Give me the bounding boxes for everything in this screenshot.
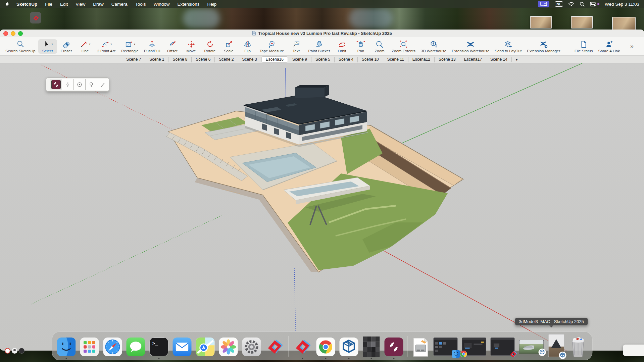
tool-extension-manager[interactable]: Extension Manager — [524, 39, 563, 54]
menu-tools[interactable]: Tools — [135, 2, 146, 7]
scene-tab[interactable]: Escena17 — [460, 57, 486, 62]
corner-dark-icon[interactable] — [19, 348, 24, 354]
menu-file[interactable]: File — [45, 2, 52, 7]
tool-2-point-arc[interactable]: ▾ 2 Point Arc — [95, 39, 119, 54]
dock-render-thumbnail[interactable] — [519, 333, 544, 360]
tool-zoom[interactable]: Zoom — [370, 39, 389, 54]
scene-tab[interactable]: Scene 5 — [311, 57, 334, 62]
dropdown-caret-icon[interactable]: ▾ — [51, 43, 53, 46]
tool-select[interactable]: ▾ Select — [38, 39, 57, 54]
dock-safari[interactable] — [103, 333, 122, 360]
scene-tab[interactable]: Scene 2 — [214, 57, 238, 62]
menu-clock[interactable]: Wed Sep 3 11:03 — [605, 2, 639, 7]
scene-tab[interactable]: Scene 9 — [288, 57, 311, 62]
scene-tab[interactable]: Scene 7 — [122, 57, 145, 62]
tool-search-sketchup[interactable]: Search SketchUp — [3, 39, 38, 54]
dock-launchpad[interactable] — [80, 333, 99, 360]
menu-help[interactable]: Help — [207, 2, 216, 7]
desktop-file-thumbnail[interactable] — [571, 16, 593, 29]
apple-menu-icon[interactable] — [5, 1, 10, 7]
spotlight-search-icon[interactable] — [580, 2, 585, 7]
close-window-button[interactable] — [3, 31, 8, 36]
dock-mail[interactable] — [172, 333, 191, 360]
dock-sketchup-viewer[interactable] — [339, 333, 358, 360]
desktop-file-thumbnail[interactable] — [530, 16, 552, 29]
tool-scale[interactable]: Scale — [219, 39, 238, 54]
tool-text[interactable]: A1 Text — [287, 39, 305, 54]
tool-3d-warehouse[interactable]: 3D Warehouse — [418, 39, 449, 54]
scene-tab[interactable]: Scene 11 — [383, 57, 408, 62]
dock-sketchup[interactable] — [265, 333, 284, 360]
tool-line[interactable]: ▾ Line — [76, 39, 95, 54]
livesync-toggle-button[interactable] — [62, 79, 73, 90]
tool-tape-measure[interactable]: Tape Measure — [257, 39, 287, 54]
screen-mirroring-icon[interactable] — [538, 1, 549, 7]
tool-send-to-layout[interactable]: Send to LayOut — [492, 39, 524, 54]
menu-window[interactable]: Window — [153, 2, 169, 7]
dock-window-thumbnail-finder[interactable] — [433, 333, 457, 360]
dock-window-thumbnail-chrome[interactable] — [462, 333, 486, 360]
dock-sketchup-running[interactable] — [293, 333, 312, 360]
dock-system-settings[interactable] — [242, 333, 261, 360]
viewport-canvas[interactable]: 3dModel3_MAC - SketchUp 2025 — [0, 63, 644, 351]
dropdown-caret-icon[interactable]: ▾ — [134, 43, 135, 46]
dropdown-caret-icon[interactable]: ▾ — [110, 43, 112, 46]
dock-document[interactable] — [412, 333, 429, 360]
tool-share-a-link[interactable]: Share A Link — [595, 39, 623, 54]
menu-draw[interactable]: Draw — [93, 2, 104, 7]
scene-tab[interactable]: Scene 1 — [145, 57, 168, 62]
scene-tab-active[interactable]: Escena16 — [262, 57, 288, 62]
scene-tabs-more-button[interactable]: ▼ — [511, 57, 522, 62]
tool-rotate[interactable]: Rotate — [201, 39, 219, 54]
dropdown-caret-icon[interactable]: ▾ — [89, 43, 90, 46]
tool-flip[interactable]: Flip — [238, 39, 257, 54]
scene-tab[interactable]: Scene 4 — [334, 57, 357, 62]
tool-rectangle[interactable]: ▾ Rectangle — [118, 39, 141, 54]
wifi-icon[interactable] — [568, 2, 574, 6]
tool-push-pull[interactable]: Push/Pull — [141, 39, 163, 54]
dock-maps[interactable] — [196, 333, 214, 360]
scene-tab[interactable]: Scene 6 — [191, 57, 214, 62]
dock-terminal[interactable]: >_ — [149, 333, 168, 360]
dock-messages[interactable] — [126, 333, 145, 360]
scene-tab[interactable]: Escena12 — [408, 57, 434, 62]
scene-tab[interactable]: Scene 13 — [434, 57, 460, 62]
menu-view[interactable]: View — [76, 2, 85, 7]
zoom-window-button[interactable] — [18, 31, 23, 36]
dock-trash[interactable] — [568, 333, 587, 360]
menu-edit[interactable]: Edit — [60, 2, 68, 7]
scene-tab[interactable]: Scene 3 — [238, 57, 261, 62]
desktop-sketchup-file-icon[interactable] — [30, 12, 41, 23]
control-center-icon[interactable] — [590, 2, 599, 6]
desktop-file-thumbnail[interactable] — [612, 17, 636, 30]
tool-extension-warehouse[interactable]: Extension Warehouse — [449, 39, 492, 54]
scene-tab[interactable]: Scene 14 — [486, 57, 511, 62]
menu-camera[interactable]: Camera — [111, 2, 128, 7]
tool-offset[interactable]: Offset — [163, 39, 182, 54]
livesync-stop-button[interactable] — [73, 79, 85, 90]
corner-badge-icon[interactable] — [5, 348, 10, 354]
minimize-window-button[interactable] — [11, 31, 15, 36]
corner-person-icon[interactable] — [12, 348, 17, 354]
tool-zoom-extents[interactable]: Zoom Extents — [389, 39, 418, 54]
dock-obscured-app[interactable] — [362, 333, 380, 360]
dock-finder[interactable] — [57, 333, 76, 360]
tool-pan[interactable]: Pan — [351, 39, 370, 54]
livesync-light-button[interactable] — [85, 79, 97, 90]
dock-lumion[interactable] — [384, 333, 403, 360]
toolbar-overflow-button[interactable]: » — [623, 42, 641, 50]
tool-paint-bucket[interactable]: Paint Bucket — [305, 39, 333, 54]
scene-tab[interactable]: Scene 10 — [357, 57, 383, 62]
lumion-livesync-button[interactable] — [50, 79, 62, 90]
dock-model-thumbnail[interactable] — [548, 333, 564, 360]
tool-move[interactable]: Move — [182, 39, 201, 54]
dock-window-thumbnail-sketchup[interactable] — [490, 333, 514, 360]
dock-photos[interactable] — [219, 333, 238, 360]
tool-eraser[interactable]: Eraser — [57, 39, 76, 54]
menu-app-name[interactable]: SketchUp — [16, 2, 37, 7]
tool-orbit[interactable]: Orbit — [333, 39, 351, 54]
menu-extensions[interactable]: Extensions — [177, 2, 199, 7]
dock-chrome[interactable] — [316, 333, 335, 360]
livesync-paint-button[interactable] — [97, 79, 109, 90]
tool-file-status[interactable]: File Status — [572, 39, 595, 54]
